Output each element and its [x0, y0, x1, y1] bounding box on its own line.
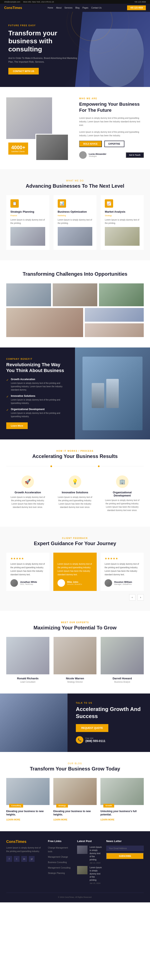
company-item-desc-2: Lorem Ipsum is simply dummy text of the …	[11, 398, 69, 405]
challenges-bottom-row	[6, 308, 144, 337]
service-desc-1: Lorem Ipsum is simply dummy text of the …	[10, 218, 45, 225]
testimonial-text-1: Lorem Ipsum is simply dummy text of the …	[10, 562, 45, 576]
service-category-3: Strategy	[105, 215, 140, 216]
expert-name-2: Nicole Warren	[54, 677, 97, 680]
blog-card-title-2: Elevating your business to new heights.	[53, 808, 97, 817]
challenge-img-6	[85, 323, 144, 337]
nav-blog[interactable]: Blog	[75, 7, 80, 9]
footer-newsletter-button[interactable]: Subscribe	[106, 853, 144, 859]
company-item-title-2: Innovative Solutions	[11, 395, 69, 398]
nav-home[interactable]: Home	[48, 7, 53, 9]
header-phone[interactable]: +65 123-4568	[127, 5, 146, 10]
company-content: Company Benefit Revolutionizing The Way …	[0, 347, 75, 439]
blog-link-3[interactable]: Learn More	[101, 819, 144, 821]
experts-section: Meet Our Experts Maximizing Your Potenti…	[0, 611, 150, 694]
process-card-1: 🚀 Growth Acceleration Lorem Ipsum is sim…	[6, 471, 49, 516]
footer-facebook-icon[interactable]: f	[6, 856, 12, 862]
expert-name-1: Ronald Richards	[6, 677, 49, 680]
company-item-2: ✓ Innovative Solutions Lorem Ipsum is si…	[6, 395, 69, 405]
cta-phone-label: Free Visit	[85, 737, 105, 739]
nav-services[interactable]: Services	[64, 7, 72, 9]
nav-pages[interactable]: Pages	[83, 7, 88, 9]
blog-header: Our Blog Transform Your Business Grow To…	[6, 762, 144, 772]
testimonial-role-3: Manager, GlobalFirm	[114, 583, 132, 585]
service-img-3	[105, 227, 140, 246]
nav-about[interactable]: About	[56, 7, 61, 9]
footer-link-2[interactable]: Management Change	[48, 856, 68, 858]
service-img-1	[10, 227, 45, 246]
company-check-icon-1: ✓	[6, 378, 9, 382]
process-grid: 🚀 Growth Acceleration Lorem Ipsum is sim…	[6, 471, 144, 516]
testimonial-role-1: CEO, TechCorp	[20, 583, 37, 585]
footer-link-4[interactable]: Management Consulting	[48, 867, 70, 869]
about-person-name: Lucia Alexander	[89, 153, 107, 155]
footer-social: f t in yt	[6, 856, 44, 862]
footer-post-date-1: Jan 12, 2024	[89, 862, 102, 864]
about-get-in-touch[interactable]: Get In Touch	[126, 152, 144, 158]
challenges-gap	[6, 306, 144, 308]
company-item-content-3: Organizational Development Lorem Ipsum i…	[11, 408, 69, 418]
testimonial-text-3: Lorem Ipsum is simply dummy text of the …	[105, 562, 140, 576]
testimonials-next-button[interactable]: ›	[137, 594, 144, 600]
nav-contact[interactable]: Contact Us	[91, 7, 101, 9]
company-item-content-1: Growth Acceleration Lorem Ipsum is simpl…	[11, 378, 69, 391]
about-person-role: Strategist	[89, 155, 107, 157]
blog-link-2[interactable]: Learn More	[53, 819, 97, 821]
about-badge-number: 4000+	[11, 145, 25, 150]
footer-link-1[interactable]: Change Management tools	[48, 846, 68, 853]
blog-card-2: Strategy Elevating your business to new …	[53, 778, 97, 821]
footer-youtube-icon[interactable]: yt	[29, 856, 35, 862]
footer-link-3[interactable]: Business Consulting	[48, 861, 67, 864]
service-desc-3: Lorem Ipsum is simply dummy text of the …	[105, 218, 140, 225]
blog-category-2: Strategy	[56, 804, 68, 808]
about-person-avatar	[79, 151, 87, 159]
process-connector	[6, 465, 144, 467]
about-btn-primary[interactable]: Bold Advice	[79, 141, 102, 147]
process-icon-1: 🚀	[21, 476, 34, 488]
blog-card-title-1: Elevating your business to new heights.	[6, 808, 49, 817]
company-items: ✓ Growth Acceleration Lorem Ipsum is sim…	[6, 378, 69, 418]
expert-img-1	[6, 637, 49, 675]
company-learn-more-button[interactable]: Learn More	[6, 422, 28, 429]
about-section: 4000+ Satisfied Clients Who We Are Empow…	[0, 87, 150, 169]
hero-tag: Future Free Easy	[8, 24, 79, 27]
services-tag: What We Do	[6, 180, 144, 182]
footer-posts-col: Latest Post Lorem Ipsum is simply dummy …	[77, 840, 102, 886]
process-card-2: 💡 Innovative Solutions Lorem Ipsum is si…	[54, 471, 97, 516]
service-icon-3: 📈	[105, 199, 113, 208]
blog-tag: Our Blog	[6, 762, 144, 765]
footer-link-5[interactable]: Strategic Planning	[48, 872, 65, 874]
connector-line-mid	[54, 466, 96, 466]
blog-card-title-3: Unlocking your business's full potential…	[101, 808, 144, 817]
footer-linkedin-icon[interactable]: in	[21, 856, 27, 862]
footer-twitter-icon[interactable]: t	[14, 856, 19, 862]
company-check-icon-2: ✓	[6, 395, 9, 398]
testimonials-header: Client Feedback Expert Guidance For Your…	[6, 537, 144, 546]
cta-phone: 📞 Free Visit (808) 555-0111	[76, 736, 142, 744]
top-bar-email: info@example.com	[4, 1, 20, 3]
cta-request-quote-button[interactable]: Request Quote	[76, 724, 109, 732]
testimonial-role-2: Director, BrandCo	[67, 583, 82, 585]
testimonial-name-1: Jonathan White	[20, 581, 37, 583]
footer-link-item-1: Change Management tools	[48, 846, 73, 853]
testimonial-author-info-2: Mike John Director, BrandCo	[67, 581, 82, 585]
cta-content: Talk To Us Accelerating Growth And Succe…	[67, 694, 150, 752]
company-image	[75, 347, 150, 439]
company-item-1: ✓ Growth Acceleration Lorem Ipsum is sim…	[6, 378, 69, 391]
footer-newsletter-title: News Letter	[106, 840, 144, 843]
challenges-section: Transforming Challenges Into Opportuniti…	[0, 260, 150, 347]
company-title: Revolutionizing The Way You Think About …	[6, 362, 69, 374]
hero-cta-button[interactable]: Contact With Us	[8, 68, 39, 75]
footer-post-title-2: Lorem Ipsum is simply dummy text of the …	[89, 866, 102, 881]
testimonials-prev-button[interactable]: ‹	[129, 594, 136, 600]
about-btn-outline[interactable]: Expertise	[104, 141, 124, 147]
footer-post-content-1: Lorem Ipsum is simply dummy text of the …	[89, 846, 102, 864]
blog-section: Our Blog Transform Your Business Grow To…	[0, 752, 150, 831]
blog-link-1[interactable]: Learn More	[6, 819, 49, 821]
connector-dot-2	[98, 465, 100, 467]
footer-link-item-5: Strategic Planning	[48, 871, 73, 875]
footer-newsletter-input[interactable]	[106, 846, 144, 851]
testimonial-author-info-1: Jonathan White CEO, TechCorp	[20, 581, 37, 585]
footer-newsletter-form: Subscribe	[106, 846, 144, 859]
experts-tag: Meet Our Experts	[6, 621, 144, 624]
